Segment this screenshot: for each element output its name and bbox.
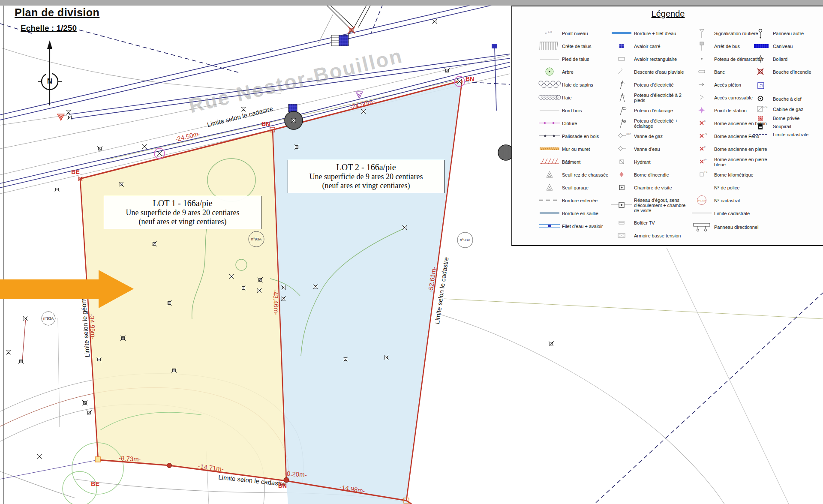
legend-row: Crête de talus: [537, 40, 621, 53]
legend-row: Borne d'incendie: [609, 168, 689, 181]
title-block: Plan de division Echelle : 1/250: [15, 6, 99, 33]
bordure-enterree-icon: [537, 195, 562, 206]
seuil-garage-icon: [537, 183, 562, 193]
legend-label: Pied de talus: [562, 57, 589, 62]
legend-label: Seuil rez de chaussée: [562, 172, 608, 177]
legend-label: N° cadastral: [714, 198, 740, 203]
panneau-directionnel-icon: [689, 222, 714, 232]
mur-muret-icon: [537, 144, 562, 154]
legend-label: Cabine de gaz: [773, 107, 803, 112]
svg-text:p: p: [704, 145, 706, 148]
legend-row: Armoire basse tension: [609, 229, 689, 242]
legend-row: Haie de sapins: [537, 78, 621, 91]
borne-incendie-icon: [609, 170, 634, 180]
legend-label: Borne ancienne en pierre bleue: [714, 157, 774, 167]
svg-text:GAZ: GAZ: [763, 105, 767, 108]
legend-label: Panneau autre: [773, 31, 804, 36]
lot1-label-box: LOT 1 - 166a/pie Une superficie de 9 are…: [104, 196, 261, 229]
num-cadastral-icon: n°123a: [689, 195, 714, 206]
lot2-area-words: (neuf ares et vingt centiares): [291, 181, 442, 190]
legend-row: pBorne ancienne en pierre: [689, 143, 774, 156]
poteau-eclairage-icon: [609, 105, 634, 116]
legend-row: Haie: [537, 91, 621, 104]
legend-label: Chambre de visite: [634, 185, 672, 190]
bouche-incendie-icon: [748, 67, 773, 77]
legend-label: Accès carrossable: [714, 95, 753, 100]
legend-row: Caniveau: [748, 40, 822, 53]
svg-text:2.4: 2.4: [704, 171, 707, 174]
point-station-icon: [689, 105, 714, 116]
legend-label: Point niveau: [562, 31, 588, 36]
legend-column-2: Bordure + filet d'eauAvaloir carréAvaloi…: [609, 27, 689, 242]
borne-pierre-bleue-icon: pb: [689, 157, 714, 167]
avaloir-rect-icon: [609, 54, 634, 64]
legend-label: Borne ancienne en pierre: [714, 147, 767, 152]
parcel-number: n°93A: [460, 238, 471, 242]
legend-label: Réseau d'égout, sens d'écoulement + cham…: [634, 198, 689, 213]
legend-label: Clôture: [562, 121, 577, 126]
legend-row: Bâtiment: [537, 156, 621, 168]
parcel-number: n°93A: [251, 237, 262, 241]
avaloir-carre-icon: [609, 41, 634, 51]
point-be-top: BE: [71, 168, 79, 175]
legend-row: Bouche à clef: [748, 94, 822, 104]
legend-row: Clôture: [537, 117, 621, 130]
legend-row: Chambre de visite: [609, 181, 689, 194]
legend-label: Avaloir carré: [634, 44, 661, 49]
legend-label: Banc: [714, 69, 725, 75]
legend-row: Bouche d'incendie: [748, 66, 822, 78]
legend-label: Haie de sapins: [562, 82, 593, 87]
signalisation-icon: [689, 28, 714, 39]
plan-canvas: Plan de division Echelle : 1/250 N Rue N…: [0, 0, 823, 504]
lot1-area: Une superficie de 9 ares 20 centiares: [107, 208, 258, 217]
legend-label: Bordure en saillie: [562, 211, 598, 216]
legend-row: Limite cadastrale: [689, 207, 774, 220]
point-niveau-icon: ×1.23: [537, 28, 562, 39]
legend-row: [748, 78, 822, 94]
armoire-bt-icon: [609, 231, 634, 241]
poteau-demarcation-icon: [689, 54, 714, 64]
acces-pieton-icon: [689, 80, 714, 90]
legend-label: Caniveau: [773, 44, 793, 49]
cloture-icon: [537, 118, 562, 129]
legend-label: Bord bois: [562, 108, 582, 113]
legend-label: Hydrant: [634, 159, 651, 165]
poteau-elec-ecl-icon: [609, 118, 634, 129]
acces-square-icon: [748, 81, 773, 91]
legend-row: pbBorne ancienne en pierre bleue: [689, 156, 774, 168]
legend-row: Bord bois: [537, 104, 621, 117]
legend-row: Panneau directionnel: [689, 220, 774, 234]
legend-row: Panneau autre: [748, 27, 822, 40]
bord-bois-icon: [537, 105, 562, 116]
legend-row: n°123aN° cadastral: [689, 194, 774, 207]
legend-label: Poteau d'électricité: [634, 82, 674, 87]
legend-row: Seuil garage: [537, 181, 621, 194]
lot1-area-words: (neuf ares et vingt centiares): [107, 217, 258, 226]
circled-survey-marker: [154, 148, 165, 159]
seuil-rdc-icon: [537, 170, 562, 180]
scale-label: Echelle : 1/250: [21, 24, 99, 33]
poteau-elec-2-icon: [609, 93, 634, 103]
legend-row: Bordure enterrée: [537, 194, 621, 207]
legend-row: Hydrant: [609, 156, 689, 168]
boitier-tv-icon: [609, 218, 634, 228]
legend-label: Filet d'eau + avaloir: [562, 224, 603, 229]
cabine-gaz-icon: GAZ: [748, 104, 773, 114]
borne-km-icon: 2.4: [689, 170, 714, 180]
arbre-icon: [537, 67, 562, 77]
lot1-title: LOT 1 - 166a/pie: [107, 198, 258, 208]
legend-label: Vanne d'eau: [634, 147, 660, 152]
measure-bottom-3: -0.20m-: [285, 470, 307, 479]
bollard-icon: [748, 54, 773, 64]
legend-row: Boîtier TV: [609, 216, 689, 229]
measure-middle: -43.46m-: [272, 289, 280, 315]
bordure-saillie-icon: [537, 208, 562, 219]
legend-label: Bouche d'incendie: [773, 69, 811, 75]
svg-text:b: b: [704, 120, 706, 122]
svg-text:79: 79: [704, 132, 707, 135]
legend-row: Poteau d'électricité à 2 pieds: [609, 91, 689, 104]
haie-sapins-icon: [537, 80, 562, 90]
bouche-clef-icon: [748, 94, 773, 104]
legend-label: Bollard: [773, 57, 787, 62]
vanne-gaz-icon: GAZ: [609, 131, 634, 141]
